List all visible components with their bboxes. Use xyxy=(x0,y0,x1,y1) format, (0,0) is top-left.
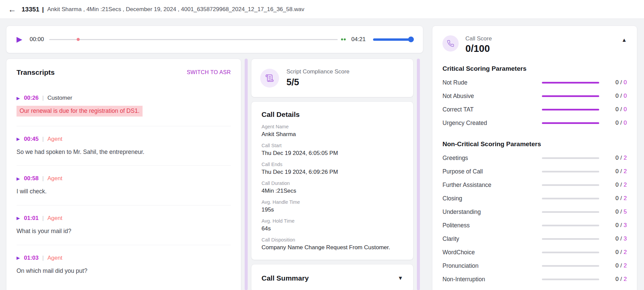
transcript-list: ▶ 00:26 | Customer Our renewal is due fo… xyxy=(17,85,231,284)
segment-indicator-icon xyxy=(341,38,346,40)
play-segment-icon[interactable]: ▶ xyxy=(17,137,20,141)
seek-bar[interactable] xyxy=(49,36,338,43)
call-summary-title: Call Summary xyxy=(262,274,309,282)
transcript-entry: ▶ 00:45 | Agent So we had spoken to Mr. … xyxy=(17,126,231,166)
phone-icon xyxy=(447,40,454,47)
score-separator: / xyxy=(620,195,622,201)
total-time: 04:21 xyxy=(351,36,366,43)
middle-scrollbar[interactable] xyxy=(417,59,420,290)
detail-field: Call Ends Thu Dec 19 2024, 6:09:26 PM xyxy=(262,162,403,175)
critical-section-title: Critical Scoring Parameters xyxy=(442,65,627,72)
score-separator: / xyxy=(620,120,622,126)
transcript-text: I will check. xyxy=(17,188,231,196)
score-denominator: 2 xyxy=(624,168,627,174)
score-bar xyxy=(542,225,599,226)
score-label: Closing xyxy=(442,195,539,202)
speaker-label: Agent xyxy=(48,215,62,222)
score-value: 0/2 xyxy=(606,262,627,269)
score-value: 0/3 xyxy=(606,235,627,242)
score-label: Greetings xyxy=(442,155,539,162)
score-row: Clarity 0/3 xyxy=(442,232,627,246)
transcript-text: Our renewal is due for the registration … xyxy=(17,106,143,117)
score-row: Not Rude 0/0 xyxy=(442,76,627,89)
score-separator: / xyxy=(620,182,622,188)
score-numerator: 0 xyxy=(615,168,618,174)
score-label: Correct TAT xyxy=(442,106,539,113)
score-value: 0/2 xyxy=(606,276,627,283)
score-bar xyxy=(542,279,599,280)
field-label: Call Start xyxy=(262,143,403,148)
score-label: Pronunciation xyxy=(442,262,539,269)
score-denominator: 2 xyxy=(624,249,627,255)
score-value: 0/2 xyxy=(606,195,627,202)
call-score-header: Call Score 0/100 ▲ xyxy=(442,35,627,54)
call-details-title: Call Details xyxy=(262,110,403,119)
chevron-up-icon[interactable]: ▲ xyxy=(621,37,627,43)
field-value: 195s xyxy=(262,206,403,213)
transcript-text: What is your mail id? xyxy=(17,227,231,235)
score-separator: / xyxy=(620,276,622,282)
transcripts-title: Transcripts xyxy=(17,68,55,76)
field-label: Call Ends xyxy=(262,162,403,167)
volume-knob[interactable] xyxy=(408,37,414,42)
score-bar xyxy=(542,198,599,199)
score-numerator: 0 xyxy=(615,120,618,126)
field-label: Agent Name xyxy=(262,124,403,129)
timestamp-separator: | xyxy=(42,255,43,261)
audio-player: ▶ 00:00 04:21 xyxy=(6,26,423,53)
score-label: Urgency Created xyxy=(442,120,539,127)
score-value: 0/0 xyxy=(606,79,627,86)
volume-slider[interactable] xyxy=(373,38,413,41)
score-numerator: 0 xyxy=(615,195,618,201)
call-summary-card[interactable]: Call Summary ▼ xyxy=(251,264,413,290)
segment-timestamp[interactable]: 00:26 xyxy=(24,95,38,101)
chevron-down-icon[interactable]: ▼ xyxy=(398,276,403,281)
back-arrow-icon[interactable]: ← xyxy=(8,5,16,13)
switch-to-asr-button[interactable]: SWITCH TO ASR xyxy=(187,69,231,75)
score-row: Closing 0/2 xyxy=(442,192,627,205)
seek-track[interactable] xyxy=(49,39,338,40)
timestamp-separator: | xyxy=(42,175,43,182)
score-denominator: 2 xyxy=(624,155,627,161)
score-numerator: 0 xyxy=(615,208,618,215)
content-row: Transcripts SWITCH TO ASR ▶ 00:26 | Cust… xyxy=(6,59,423,290)
play-segment-icon[interactable]: ▶ xyxy=(17,216,20,220)
score-label: Further Assistance xyxy=(442,182,539,189)
call-score-panel: Call Score 0/100 ▲ Critical Scoring Para… xyxy=(432,26,637,290)
segment-timestamp[interactable]: 01:03 xyxy=(24,255,38,261)
detail-field: Agent Name Ankit Sharma xyxy=(262,124,403,138)
middle-column: Script Compliance Score 5/5 Call Details… xyxy=(251,59,413,290)
score-denominator: 0 xyxy=(624,120,627,126)
score-numerator: 0 xyxy=(615,155,618,161)
score-denominator: 0 xyxy=(624,106,627,112)
play-button[interactable]: ▶ xyxy=(17,36,22,43)
script-compliance-card: Script Compliance Score 5/5 xyxy=(251,59,413,97)
play-segment-icon[interactable]: ▶ xyxy=(17,176,20,181)
noncritical-parameters-section: Non-Critical Scoring Parameters Greeting… xyxy=(442,140,627,286)
score-separator: / xyxy=(620,93,622,99)
play-segment-icon[interactable]: ▶ xyxy=(17,96,20,100)
segment-marker[interactable] xyxy=(77,38,80,41)
score-denominator: 2 xyxy=(624,195,627,201)
segment-timestamp[interactable]: 01:01 xyxy=(24,215,38,222)
score-numerator: 0 xyxy=(615,249,618,255)
detail-field: Call Disposition Company Name Change Req… xyxy=(262,237,403,251)
score-value: 0/2 xyxy=(606,182,627,188)
score-numerator: 0 xyxy=(615,93,618,99)
timestamp-separator: | xyxy=(42,95,43,101)
score-row: Urgency Created 0/0 xyxy=(442,116,627,130)
field-value: Ankit Sharma xyxy=(262,131,403,138)
score-value: 0/5 xyxy=(606,208,627,215)
score-numerator: 0 xyxy=(615,106,618,112)
score-label: Politeness xyxy=(442,222,539,229)
call-details-card: Call Details Agent Name Ankit Sharma Cal… xyxy=(251,101,413,260)
call-score-value: 0/100 xyxy=(465,43,492,54)
score-row: Greetings 0/2 xyxy=(442,151,627,165)
segment-timestamp[interactable]: 00:45 xyxy=(24,136,38,142)
score-denominator: 5 xyxy=(624,208,627,215)
play-segment-icon[interactable]: ▶ xyxy=(17,256,20,260)
segment-timestamp[interactable]: 00:58 xyxy=(24,175,38,182)
score-separator: / xyxy=(620,106,622,112)
transcripts-scrollbar[interactable] xyxy=(245,59,248,290)
speaker-label: Agent xyxy=(48,136,62,142)
